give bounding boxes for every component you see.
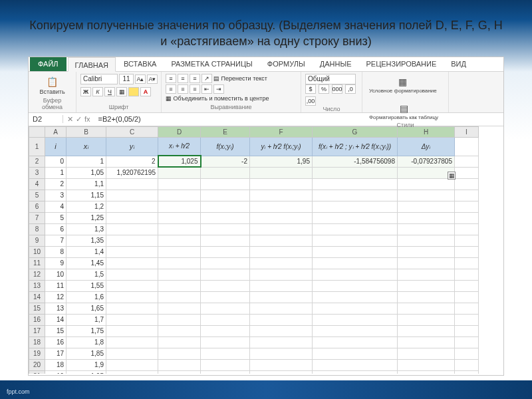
cell-F6[interactable] — [250, 201, 313, 212]
cell-I10[interactable] — [455, 246, 479, 257]
cell-A18[interactable]: 16 — [45, 336, 66, 348]
cell-B14[interactable]: 1,6 — [66, 291, 106, 303]
cell-D15[interactable] — [158, 303, 201, 314]
row-header-8[interactable]: 8 — [29, 223, 45, 235]
col-header-E[interactable]: E — [201, 126, 250, 137]
cell-I5[interactable] — [455, 190, 479, 201]
indent-inc-icon[interactable]: ⇥ — [213, 84, 224, 94]
cell-G3[interactable] — [313, 167, 398, 178]
tab-home[interactable]: ГЛАВНАЯ — [68, 57, 116, 72]
cell-B12[interactable]: 1,5 — [66, 269, 106, 280]
cell-H4[interactable] — [398, 178, 455, 190]
cell-F10[interactable] — [250, 246, 313, 257]
cell-header-G[interactable]: f(xᵢ + h⁄2 ; yᵢ + h⁄2 f(xᵢ;yᵢ)) — [313, 137, 398, 156]
cell-D18[interactable] — [158, 336, 201, 348]
cell-I18[interactable] — [455, 336, 479, 348]
cell-A11[interactable]: 9 — [45, 257, 66, 269]
cell-C4[interactable] — [106, 178, 158, 190]
cell-C18[interactable] — [106, 336, 158, 348]
cell-I2[interactable] — [455, 156, 479, 167]
cell-A12[interactable]: 10 — [45, 269, 66, 280]
col-header-D[interactable]: D — [158, 126, 201, 137]
merge-center-button[interactable]: ▦ Объединить и поместить в центре — [166, 95, 269, 102]
cell-D21[interactable] — [158, 370, 201, 374]
cell-F21[interactable] — [250, 370, 313, 374]
tab-formulas[interactable]: ФОРМУЛЫ — [261, 57, 312, 71]
cell-D14[interactable] — [158, 291, 201, 303]
cell-header-C[interactable]: yᵢ — [106, 137, 158, 156]
cell-G17[interactable] — [313, 325, 398, 336]
cell-G2[interactable]: -1,584756098 — [313, 156, 398, 167]
cell-B4[interactable]: 1,1 — [66, 178, 106, 190]
cell-header-B[interactable]: xᵢ — [66, 137, 106, 156]
cell-A16[interactable]: 14 — [45, 314, 66, 325]
cell-H16[interactable] — [398, 314, 455, 325]
row-header-3[interactable]: 3 — [29, 167, 45, 178]
fill-color-button[interactable] — [128, 87, 139, 96]
enter-icon[interactable]: ✓ — [76, 115, 82, 124]
cell-I6[interactable] — [455, 201, 479, 212]
cell-E13[interactable] — [201, 280, 250, 291]
cell-G14[interactable] — [313, 291, 398, 303]
cell-E14[interactable] — [201, 291, 250, 303]
cell-B18[interactable]: 1,8 — [66, 336, 106, 348]
cell-A8[interactable]: 6 — [45, 223, 66, 235]
cell-G15[interactable] — [313, 303, 398, 314]
cell-C9[interactable] — [106, 235, 158, 246]
cell-A19[interactable]: 17 — [45, 348, 66, 359]
cell-D8[interactable] — [158, 223, 201, 235]
cell-C19[interactable] — [106, 348, 158, 359]
cell-H13[interactable] — [398, 280, 455, 291]
cell-H12[interactable] — [398, 269, 455, 280]
cell-I20[interactable] — [455, 359, 479, 370]
col-header-I[interactable]: I — [455, 126, 479, 137]
cell-A5[interactable]: 3 — [45, 190, 66, 201]
cell-F8[interactable] — [250, 223, 313, 235]
cell-A20[interactable]: 18 — [45, 359, 66, 370]
cell-C11[interactable] — [106, 257, 158, 269]
cell-E18[interactable] — [201, 336, 250, 348]
cell-D13[interactable] — [158, 280, 201, 291]
cell-I9[interactable] — [455, 235, 479, 246]
cell-C10[interactable] — [106, 246, 158, 257]
cell-A3[interactable]: 1 — [45, 167, 66, 178]
cell-G6[interactable] — [313, 201, 398, 212]
cell-H11[interactable] — [398, 257, 455, 269]
cell-E9[interactable] — [201, 235, 250, 246]
cell-F20[interactable] — [250, 359, 313, 370]
row-header-7[interactable]: 7 — [29, 212, 45, 223]
tab-data[interactable]: ДАННЫЕ — [313, 57, 358, 71]
cell-I17[interactable] — [455, 325, 479, 336]
align-center-icon[interactable]: ≡ — [178, 84, 188, 94]
cell-A9[interactable]: 7 — [45, 235, 66, 246]
underline-button[interactable]: Ч — [104, 87, 115, 96]
cell-G18[interactable] — [313, 336, 398, 348]
cell-B15[interactable]: 1,65 — [66, 303, 106, 314]
tab-insert[interactable]: ВСТАВКА — [117, 57, 163, 71]
cell-C7[interactable] — [106, 212, 158, 223]
tab-view[interactable]: ВИД — [444, 57, 473, 71]
cell-E15[interactable] — [201, 303, 250, 314]
cell-H7[interactable] — [398, 212, 455, 223]
cell-C15[interactable] — [106, 303, 158, 314]
row-header-9[interactable]: 9 — [29, 235, 45, 246]
italic-button[interactable]: К — [92, 87, 103, 96]
cell-D7[interactable] — [158, 212, 201, 223]
cell-G20[interactable] — [313, 359, 398, 370]
cell-C6[interactable] — [106, 201, 158, 212]
cell-B21[interactable]: 1,95 — [66, 370, 106, 374]
font-color-button[interactable]: A — [140, 87, 151, 96]
name-box[interactable]: D2 — [29, 115, 63, 123]
cell-H10[interactable] — [398, 246, 455, 257]
align-mid-icon[interactable]: ≡ — [178, 74, 188, 83]
cell-C5[interactable] — [106, 190, 158, 201]
row-header-13[interactable]: 13 — [29, 280, 45, 291]
cell-I12[interactable] — [455, 269, 479, 280]
cell-E5[interactable] — [201, 190, 250, 201]
cell-F9[interactable] — [250, 235, 313, 246]
cell-C2[interactable]: 2 — [106, 156, 158, 167]
cell-header-H[interactable]: Δyᵢ — [398, 137, 455, 156]
cell-B10[interactable]: 1,4 — [66, 246, 106, 257]
cell-B6[interactable]: 1,2 — [66, 201, 106, 212]
currency-icon[interactable]: $ — [305, 84, 316, 94]
